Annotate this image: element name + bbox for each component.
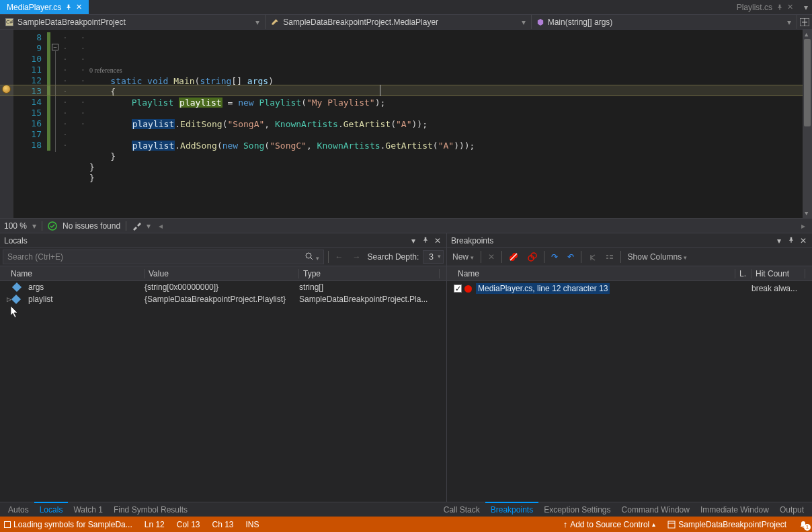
scroll-thumb[interactable] [804,39,811,126]
new-breakpoint-button[interactable]: New [450,251,477,263]
locals-search-input[interactable]: Search (Ctrl+E) ▾ [3,250,324,264]
tool-tab[interactable]: Find Symbol Results [108,503,193,517]
column-header-type[interactable]: Type [299,269,440,278]
column-header-labels[interactable]: L. [735,269,752,278]
toggle-all-breakpoints-icon[interactable] [525,251,540,264]
close-icon[interactable]: ✕ [799,236,808,245]
status-char[interactable]: Ch 13 [212,520,233,529]
import-breakpoints-icon[interactable]: ↶ [565,251,577,263]
var-type: SampleDataBreakpointProject.Pla... [299,295,440,304]
column-header-name[interactable]: Name [7,269,145,278]
window-menu-icon[interactable]: ▾ [409,236,418,245]
tool-tab[interactable]: Autos [3,503,34,517]
export-breakpoints-icon[interactable]: ↷ [549,251,561,263]
zoom-level[interactable]: 100 % [4,221,27,231]
tool-tab[interactable]: Watch 1 [68,503,108,517]
current-statement-icon[interactable] [2,85,11,93]
split-editor-icon[interactable] [797,15,812,29]
source-control-button[interactable]: ↑ Add to Source Control ▴ [563,519,656,529]
pin-icon[interactable] [786,236,796,245]
svg-rect-13 [606,258,608,259]
pin-icon [65,4,72,11]
glyph-margin[interactable] [0,30,13,218]
tool-tab[interactable]: Immediate Window [695,503,774,517]
nav-type-label: SampleDataBreakpointProject.MediaPlayer [283,17,438,27]
nav-forward-icon[interactable]: → [350,251,364,263]
delete-all-breakpoints-icon[interactable] [506,251,521,264]
nav-back-icon[interactable]: ← [333,251,346,263]
svg-line-5 [311,258,313,260]
status-line[interactable]: Ln 12 [145,520,165,529]
breakpoint-enabled-checkbox[interactable]: ✓ [454,284,462,293]
go-to-source-icon[interactable] [585,251,599,263]
tool-tab[interactable]: Command Window [616,503,695,517]
line-number-gutter: 89101112131415161718 [13,30,47,218]
scroll-up-icon[interactable]: ▲ [805,31,808,38]
brush-icon[interactable] [132,221,141,231]
tool-tab[interactable]: Exception Settings [538,503,616,517]
search-placeholder: Search (Ctrl+E) [7,252,63,262]
svg-rect-12 [606,255,608,256]
project-indicator[interactable]: SampleDataBreakpointProject [667,520,786,529]
outlining-margin[interactable]: − [50,30,63,218]
breakpoint-hitcount: break alwa... [752,284,805,293]
locals-window: Locals ▾ ✕ Search (Ctrl+E) ▾ ← → Search … [0,233,447,502]
nav-member[interactable]: Main(string[] args) ▾ [532,15,797,29]
chevron-down-icon: ▾ [787,17,791,27]
horizontal-scrollbar[interactable]: ◂▸ [156,221,808,231]
class-icon [271,18,279,26]
code-editor[interactable]: 89101112131415161718 − · · · · · · · · ·… [0,30,812,218]
codelens-reference-count[interactable]: 0 references [89,67,122,74]
tool-tab[interactable]: Call Stack [438,503,485,517]
breakpoint-icon [464,285,472,293]
tool-window-tabs: AutosLocalsWatch 1Find Symbol Results Ca… [0,502,812,517]
fold-toggle-icon[interactable]: − [52,44,58,50]
show-columns-button[interactable]: Show Columns [625,251,690,263]
window-menu-icon[interactable]: ▾ [774,236,784,245]
editor-status-strip: 100 % ▾ No issues found ▾ ◂▸ [0,218,812,233]
nav-project[interactable]: C# SampleDataBreakpointProject ▾ [0,15,266,29]
chevron-down-icon[interactable]: ▾ [147,221,151,231]
chevron-down-icon: ▾ [438,253,441,260]
column-header-value[interactable]: Value [145,269,299,278]
pane-title-label: Locals [4,236,28,245]
svg-rect-14 [610,255,613,256]
scroll-down-icon[interactable]: ▼ [805,210,808,217]
notifications-button[interactable]: 1 [799,520,808,529]
stop-icon[interactable] [4,521,11,528]
variable-icon [11,295,21,304]
tool-tab[interactable]: Output [774,503,809,517]
search-depth-select[interactable]: 3 ▾ [423,250,444,264]
pane-title-label: Breakpoints [451,236,493,245]
delete-breakpoint-icon[interactable]: ✕ [485,251,497,263]
status-column[interactable]: Col 13 [177,520,200,529]
search-depth-label: Search Depth: [368,252,419,262]
status-insert-mode[interactable]: INS [246,520,259,529]
file-tab-inactive[interactable]: Playlist.cs ✕ [730,0,800,14]
nav-project-label: SampleDataBreakpointProject [17,17,126,27]
close-icon[interactable]: ✕ [76,3,82,11]
nav-type[interactable]: SampleDataBreakpointProject.MediaPlayer … [266,15,531,29]
breakpoint-row[interactable]: ✓ MediaPlayer.cs, line 12 character 13 b… [447,281,812,296]
vertical-scrollbar[interactable]: ▲ ▼ [803,30,812,218]
close-icon[interactable]: ✕ [787,3,793,11]
go-to-disassembly-icon[interactable] [603,251,616,263]
column-header-hitcount[interactable]: Hit Count [752,269,805,278]
locals-row[interactable]: args {string[0x00000000]} string[] [0,281,446,293]
chevron-down-icon[interactable]: ▾ [32,221,36,231]
code-text[interactable]: 0 references static void Main(string[] a… [89,30,812,218]
upload-icon: ↑ [563,519,568,529]
csharp-project-icon: C# [5,18,13,26]
file-tab-label: Playlist.cs [737,3,772,12]
chevron-down-icon: ▾ [255,17,259,27]
issues-status[interactable]: No issues found [63,221,120,231]
close-icon[interactable]: ✕ [433,236,442,245]
pin-icon[interactable] [421,236,430,245]
tab-overflow-icon[interactable]: ▾ [800,0,812,14]
column-header-name[interactable]: Name [454,269,735,278]
var-name: playlist [28,295,145,304]
tool-tab[interactable]: Locals [34,502,69,517]
tool-tab[interactable]: Breakpoints [485,502,538,517]
locals-row[interactable]: ▷ playlist {SampleDataBreakpointProject.… [0,293,446,305]
file-tab-active[interactable]: MediaPlayer.cs ✕ [0,0,89,14]
